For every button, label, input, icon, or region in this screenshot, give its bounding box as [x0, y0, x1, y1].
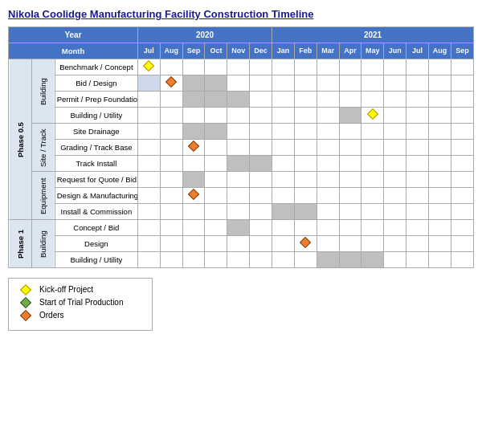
month-aug-2021: Aug — [428, 43, 451, 59]
task-install-commission: Install & Commission — [55, 204, 137, 220]
task-permit-foundation: Permit / Prep Foundation — [55, 92, 137, 108]
table-row: Design & Manufacturing — [9, 188, 474, 204]
year-label: Year — [9, 27, 138, 43]
month-mar-2021: Mar — [317, 43, 339, 59]
diamond-orange — [300, 237, 311, 248]
year-2020: 2020 — [137, 27, 272, 43]
gantt-chart: Year 2020 2021 Month Jul Aug Sep Oct Nov… — [8, 26, 474, 268]
month-jul-2020: Jul — [137, 43, 160, 59]
diamond-orange — [188, 189, 199, 200]
diamond-yellow — [143, 60, 154, 71]
table-row: Phase 0.5 Building Benchmark / Concept — [9, 59, 474, 75]
legend-diamond-green — [20, 296, 31, 307]
legend: Kick-off Project Start of Trial Producti… — [8, 278, 153, 331]
table-row: Permit / Prep Foundation — [9, 92, 474, 108]
task-rfq-bid: Request for Quote / Bid — [55, 172, 137, 188]
month-sep-2020: Sep — [182, 43, 205, 59]
table-row: Design — [9, 236, 474, 252]
month-jun-2021: Jun — [384, 43, 406, 59]
task-site-drainage: Site Drainage — [55, 124, 137, 140]
chart-title: Nikola Coolidge Manufacturing Facility C… — [8, 8, 474, 20]
table-row: Building / Utility — [9, 108, 474, 124]
diamond-orange — [165, 76, 177, 88]
task-design-manufacturing: Design & Manufacturing — [55, 188, 137, 204]
task-benchmark: Benchmark / Concept — [55, 59, 137, 75]
legend-orders-label: Orders — [39, 311, 64, 320]
group-equipment-label: Equipment — [31, 172, 55, 220]
table-row: Site / Track Site Drainage — [9, 124, 474, 140]
task-bid-design: Bid / Design — [55, 75, 137, 92]
table-row: Phase 1 Building Concept / Bid — [9, 220, 474, 236]
month-feb-2021: Feb — [294, 43, 317, 59]
month-may-2021: May — [362, 43, 384, 59]
task-track-install: Track Install — [55, 156, 137, 172]
task-grading-track-base: Grading / Track Base — [55, 140, 137, 156]
table-row: Grading / Track Base — [9, 140, 474, 156]
month-dec-2020: Dec — [250, 43, 272, 59]
table-row: Equipment Request for Quote / Bid — [9, 172, 474, 188]
legend-item-trial: Start of Trial Production — [18, 298, 142, 307]
month-nov-2020: Nov — [227, 43, 250, 59]
task-building-utility2: Building / Utility — [55, 252, 137, 268]
table-row: Bid / Design — [9, 75, 474, 92]
legend-diamond-orange — [20, 309, 31, 320]
month-header-row: Month Jul Aug Sep Oct Nov Dec Jan Feb Ma… — [9, 43, 474, 59]
legend-item-orders: Orders — [18, 311, 142, 320]
month-oct-2020: Oct — [205, 43, 227, 59]
task-concept-bid: Concept / Bid — [55, 220, 137, 236]
task-design: Design — [55, 236, 137, 252]
phase-1-label: Phase 1 — [9, 220, 32, 268]
table-row: Install & Commission — [9, 204, 474, 220]
month-label: Month — [9, 43, 138, 59]
month-apr-2021: Apr — [339, 43, 362, 59]
legend-diamond-yellow — [20, 283, 31, 295]
group-building-label: Building — [31, 59, 55, 124]
group-building2-label: Building — [31, 220, 55, 268]
month-jul-2021: Jul — [406, 43, 429, 59]
diamond-yellow — [367, 108, 378, 120]
table-row: Building / Utility — [9, 252, 474, 268]
month-jan-2021: Jan — [272, 43, 295, 59]
task-building-utility: Building / Utility — [55, 108, 137, 124]
group-site-track-label: Site / Track — [31, 124, 55, 172]
year-header-row: Year 2020 2021 — [9, 27, 474, 43]
table-row: Track Install — [9, 156, 474, 172]
month-aug-2020: Aug — [160, 43, 182, 59]
legend-kickoff-label: Kick-off Project — [39, 285, 93, 294]
month-sep-2021: Sep — [451, 43, 473, 59]
year-2021: 2021 — [272, 27, 474, 43]
diamond-orange — [188, 141, 199, 152]
legend-trial-label: Start of Trial Production — [39, 298, 124, 307]
phase-05-label: Phase 0.5 — [9, 59, 32, 220]
legend-item-kickoff: Kick-off Project — [18, 285, 142, 294]
